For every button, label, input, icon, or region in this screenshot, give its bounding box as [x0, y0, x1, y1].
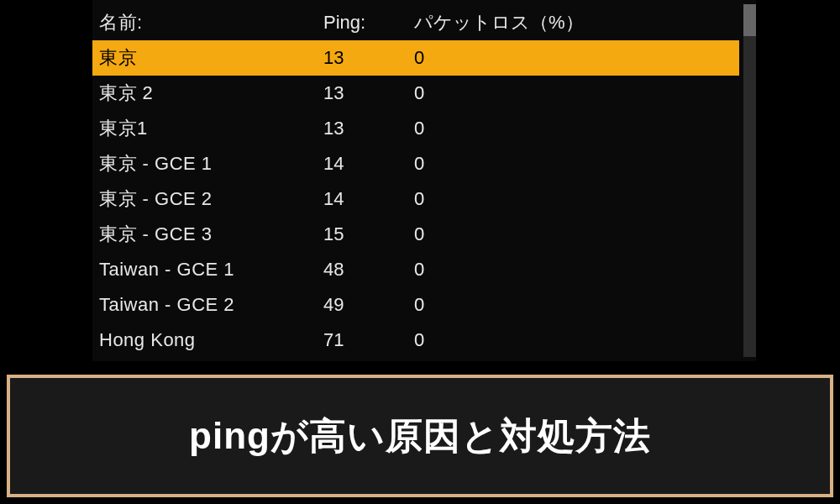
server-packet-loss: 0: [414, 82, 739, 104]
server-row[interactable]: 東京 - GCE 1140: [92, 146, 739, 181]
server-name: 東京 2: [92, 81, 323, 106]
server-name: Taiwan - GCE 2: [92, 294, 323, 316]
server-packet-loss: 0: [414, 223, 739, 245]
server-ping: 13: [323, 118, 414, 139]
server-packet-loss: 0: [414, 153, 739, 175]
server-row[interactable]: 東京130: [92, 40, 739, 76]
header-ping: Ping:: [323, 12, 414, 34]
server-table: 名前: Ping: パケットロス（%） 東京130東京 2130東京1130東京…: [92, 0, 739, 358]
server-packet-loss: 0: [414, 188, 739, 210]
server-ping: 14: [323, 188, 414, 210]
server-row[interactable]: Taiwan - GCE 1480: [92, 252, 739, 287]
server-row[interactable]: 東京 - GCE 3150: [92, 217, 739, 252]
server-name: 東京 - GCE 3: [92, 222, 323, 247]
server-row[interactable]: 東京1130: [92, 111, 739, 146]
server-row[interactable]: Taiwan - GCE 2490: [92, 287, 739, 323]
server-name: Taiwan - GCE 1: [92, 259, 323, 281]
server-name: 東京: [92, 45, 323, 71]
header-name: 名前:: [92, 10, 323, 35]
server-name: 東京 - GCE 2: [92, 186, 323, 212]
server-packet-loss: 0: [414, 47, 739, 69]
server-ping: 13: [323, 47, 414, 69]
server-row[interactable]: Hong Kong710: [92, 323, 739, 358]
server-ping: 15: [323, 223, 414, 245]
server-name: 東京1: [92, 116, 323, 141]
server-ping: 48: [323, 259, 414, 281]
server-row[interactable]: 東京 - GCE 2140: [92, 181, 739, 217]
server-packet-loss: 0: [414, 118, 739, 139]
caption-text: pingが高い原因と対処方法: [189, 412, 651, 461]
server-ping: 13: [323, 82, 414, 104]
server-ping: 71: [323, 329, 414, 351]
server-list-panel: 名前: Ping: パケットロス（%） 東京130東京 2130東京1130東京…: [92, 0, 756, 361]
server-row[interactable]: 東京 2130: [92, 76, 739, 111]
scrollbar-thumb[interactable]: [743, 4, 756, 36]
caption-banner: pingが高い原因と対処方法: [7, 375, 833, 497]
scrollbar-track[interactable]: [743, 4, 756, 357]
table-header-row: 名前: Ping: パケットロス（%）: [92, 5, 739, 40]
server-name: Hong Kong: [92, 329, 323, 351]
server-packet-loss: 0: [414, 329, 739, 351]
server-packet-loss: 0: [414, 259, 739, 281]
server-name: 東京 - GCE 1: [92, 151, 323, 176]
server-ping: 49: [323, 294, 414, 316]
server-ping: 14: [323, 153, 414, 175]
header-packet-loss: パケットロス（%）: [414, 10, 739, 35]
server-packet-loss: 0: [414, 294, 739, 316]
